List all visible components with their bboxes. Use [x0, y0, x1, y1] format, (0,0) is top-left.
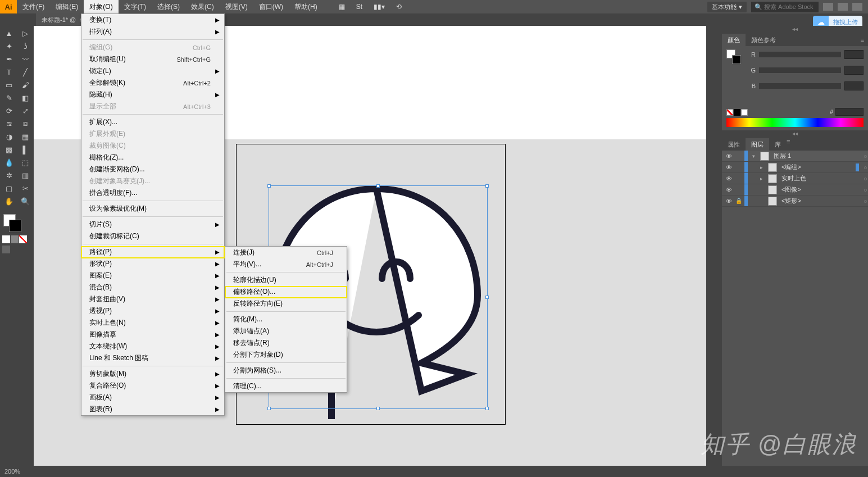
object-menu-item-32[interactable]: Line 和 Sketch 图稿▶	[81, 352, 224, 364]
direct-selection-tool[interactable]: ▷	[17, 27, 33, 39]
zoom-tool[interactable]: 🔍	[17, 195, 33, 207]
object-menu-item-34[interactable]: 剪切蒙版(M)▶	[81, 368, 224, 380]
object-menu-item-27[interactable]: 封套扭曲(V)▶	[81, 293, 224, 305]
path-submenu-item-9[interactable]: 移去锚点(R)	[225, 337, 347, 349]
panel-menu-icon-2[interactable]: ≡	[787, 138, 790, 151]
disclosure-icon[interactable]: ▸	[760, 176, 766, 181]
eyedropper-tool[interactable]: 💧	[1, 156, 17, 169]
panel-menu-icon[interactable]: ≡	[857, 34, 868, 46]
tab-layers[interactable]: 图层	[746, 138, 769, 151]
menu-view[interactable]: 视图(V)	[220, 0, 253, 13]
stock-icon[interactable]: St	[351, 0, 368, 13]
object-menu-item-28[interactable]: 透视(P)▶	[81, 305, 224, 317]
fill-stroke-swatches[interactable]	[0, 212, 34, 234]
menu-type[interactable]: 文字(T)	[119, 0, 152, 13]
scale-tool[interactable]: ⤢	[17, 105, 33, 117]
curvature-tool[interactable]: 〰	[17, 53, 33, 65]
tab-color-guide[interactable]: 颜色参考	[746, 34, 781, 46]
tab-libraries[interactable]: 库	[769, 138, 787, 151]
eraser-tool[interactable]: ◧	[17, 92, 33, 104]
visibility-icon[interactable]: 👁	[724, 164, 733, 171]
screen-mode-strip[interactable]	[0, 244, 34, 255]
dock-collapse-icon[interactable]: ◂◂	[722, 26, 868, 34]
panel-fill-stroke[interactable]	[726, 49, 742, 72]
artboard-tool[interactable]: ▢	[1, 182, 17, 194]
path-submenu-item-12[interactable]: 分割为网格(S)...	[225, 365, 347, 376]
path-submenu-item-8[interactable]: 添加锚点(A)	[225, 325, 347, 337]
dock-collapse-icon-2[interactable]: ◂◂	[722, 130, 868, 138]
object-menu-item-21[interactable]: 创建裁切标记(C)	[81, 230, 224, 242]
visibility-icon[interactable]: 👁	[724, 153, 733, 160]
path-submenu-item-7[interactable]: 简化(M)...	[225, 314, 347, 325]
free-transform-tool[interactable]: ⧈	[17, 117, 33, 130]
mesh-tool[interactable]: ▩	[1, 143, 17, 156]
path-submenu-item-0[interactable]: 连接(J)Ctrl+J	[225, 247, 347, 258]
menu-effect[interactable]: 效果(C)	[185, 0, 220, 13]
object-menu-item-36[interactable]: 画板(A)▶	[81, 392, 224, 403]
perspective-tool[interactable]: ▦	[17, 130, 33, 143]
color-mode-strip[interactable]	[0, 234, 34, 244]
rectangle-tool[interactable]: ▭	[1, 79, 17, 91]
layer-row-2[interactable]: 👁▸实时上色○	[722, 173, 868, 184]
menu-window[interactable]: 窗口(W)	[253, 0, 289, 13]
type-tool[interactable]: T	[1, 66, 17, 78]
zoom-level[interactable]: 200%	[4, 468, 20, 475]
object-menu-item-16[interactable]: 拼合透明度(F)...	[81, 187, 224, 199]
width-tool[interactable]: ≋	[1, 117, 17, 130]
gradient-tool[interactable]: ▌	[17, 143, 33, 156]
slider-r[interactable]	[759, 52, 841, 57]
spectrum-bar[interactable]	[726, 118, 864, 127]
path-submenu-item-4[interactable]: 偏移路径(O)...	[225, 286, 347, 298]
gpu-icon[interactable]: ⟲	[390, 0, 407, 13]
menu-object[interactable]: 对象(O)	[84, 0, 118, 13]
visibility-icon[interactable]: 👁	[724, 175, 733, 182]
tab-properties[interactable]: 属性	[722, 138, 746, 151]
menu-help[interactable]: 帮助(H)	[289, 0, 323, 13]
menu-select[interactable]: 选择(S)	[152, 0, 185, 13]
slider-g[interactable]	[759, 67, 841, 73]
path-submenu-item-14[interactable]: 清理(C)...	[225, 380, 347, 392]
object-menu-item-37[interactable]: 图表(R)▶	[81, 403, 224, 415]
input-b[interactable]	[844, 81, 864, 90]
object-menu-item-14[interactable]: 创建渐变网格(D)...	[81, 163, 224, 175]
hex-input[interactable]	[835, 108, 864, 116]
layer-row-0[interactable]: 👁▾图层 1○	[722, 151, 868, 162]
line-tool[interactable]: ╱	[17, 66, 33, 78]
object-menu-item-1[interactable]: 排列(A)▶	[81, 26, 224, 38]
tab-color[interactable]: 颜色	[722, 34, 746, 46]
menu-edit[interactable]: 编辑(E)	[50, 0, 84, 13]
collapsed-panel-strip[interactable]	[706, 26, 722, 466]
workspace-switcher[interactable]: 基本功能▾	[707, 2, 747, 12]
disclosure-icon[interactable]: ▾	[752, 153, 758, 159]
selection-tool[interactable]: ▲	[1, 27, 17, 39]
visibility-icon[interactable]: 👁	[724, 187, 733, 193]
object-menu-item-29[interactable]: 实时上色(N)▶	[81, 317, 224, 329]
layer-row-3[interactable]: 👁<图像>○	[722, 184, 868, 196]
slider-b[interactable]	[759, 83, 841, 89]
layer-row-1[interactable]: 👁▸<编组>○	[722, 162, 868, 173]
arrange-icon[interactable]: ▮▮▾	[368, 0, 390, 13]
object-menu-item-0[interactable]: 变换(T)▶	[81, 14, 224, 26]
object-menu-item-30[interactable]: 图像描摹▶	[81, 329, 224, 340]
lasso-tool[interactable]: ʖ	[17, 40, 33, 52]
object-menu-item-31[interactable]: 文本绕排(W)▶	[81, 340, 224, 352]
shape-builder-tool[interactable]: ◑	[1, 130, 17, 143]
menu-file[interactable]: 文件(F)	[17, 0, 50, 13]
stroke-swatch[interactable]	[9, 220, 21, 232]
disclosure-icon[interactable]: ▸	[760, 165, 766, 170]
object-menu-item-18[interactable]: 设为像素级优化(M)	[81, 203, 224, 215]
object-menu-item-4[interactable]: 取消编组(U)Shift+Ctrl+G	[81, 53, 224, 65]
pen-tool[interactable]: ✒	[1, 53, 17, 65]
path-submenu-item-1[interactable]: 平均(V)...Alt+Ctrl+J	[225, 258, 347, 270]
input-g[interactable]	[844, 66, 864, 75]
object-menu-item-26[interactable]: 混合(B)▶	[81, 281, 224, 293]
path-submenu-item-3[interactable]: 轮廓化描边(U)	[225, 274, 347, 286]
blend-tool[interactable]: ⬚	[17, 156, 33, 169]
bridge-icon[interactable]: ▦	[333, 0, 351, 13]
shaper-tool[interactable]: ✎	[1, 92, 17, 104]
object-menu-item-25[interactable]: 图案(E)▶	[81, 270, 224, 281]
symbol-sprayer-tool[interactable]: ✲	[1, 169, 17, 181]
none-bw-swatches[interactable]	[726, 109, 748, 116]
layer-row-4[interactable]: 👁🔒<矩形>○	[722, 196, 868, 207]
brush-tool[interactable]: 🖌	[17, 79, 33, 91]
